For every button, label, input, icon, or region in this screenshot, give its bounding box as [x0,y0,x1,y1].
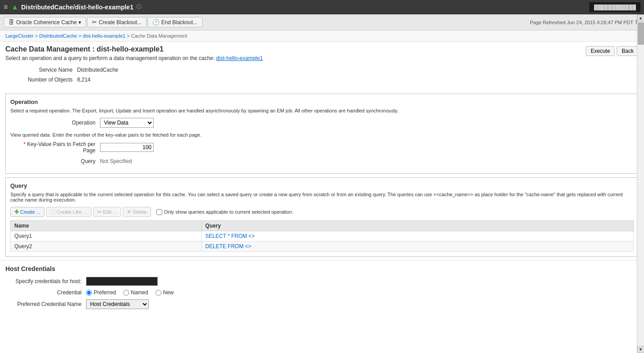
cache-name-link[interactable]: dist-hello-example1 [216,55,263,61]
refresh-info: Page Refreshed Jun 24, 2015 4:26:47 PM P… [530,19,640,26]
user-box: ████████████ [589,2,640,12]
host-specify-row: Specify credentials for host: [5,277,639,286]
filter-checkbox[interactable] [156,209,162,215]
query-row: Query Not Specified [10,158,634,164]
host-credentials-title: Host Credentials [5,265,639,272]
main-content: LargeCluster > DistributedCache > dist-h… [0,30,644,353]
credential-radio-group: Preferred Named New [86,289,174,296]
filter-label: Only show queries applicable to current … [156,209,294,215]
host-credentials-section: Host Credentials Specify credentials for… [0,260,644,317]
kv-label: Key-Value Pairs to Fetch per Page [10,141,100,154]
query-toolbar: ✚ Create ... ⬚ Create Like ... ✏ Edit ..… [10,207,634,217]
page-desc: Select an operation and a query to perfo… [5,55,263,61]
toolbar: 🗄 Oracle Coherence Cache ▾ ✂ Create Blac… [0,14,644,30]
objects-row: Number of Objects 8,214 [5,77,639,83]
operation-control: View Data Export Import Update Insert De… [100,118,154,128]
operation-label: Operation [10,120,100,126]
scroll-thumb[interactable] [638,22,644,45]
create-like-btn[interactable]: ⬚ Create Like ... [46,207,91,217]
scroll-up-btn[interactable]: ▲ [637,14,644,22]
scissors-icon: ✂ [92,19,97,26]
new-option[interactable]: New [156,289,174,296]
page-title: Cache Data Management : dist-hello-examp… [5,45,263,53]
new-radio[interactable] [156,290,161,296]
db-icon: ▲ [11,3,18,11]
host-value [86,277,158,286]
page-title-header: ▲ DistributedCache/dist-hello-example1 ⓘ [11,3,589,11]
col-query: Query [202,221,634,231]
named-radio[interactable] [123,290,129,296]
objects-value: 8,214 [77,77,91,83]
edit-query-btn[interactable]: ✏ Edit ... [93,207,121,217]
top-bar: ≡ ▲ DistributedCache/dist-hello-example1… [0,0,644,14]
query-title: Query [10,182,634,189]
query-display-label: Query [10,158,100,164]
breadcrumb-sep3: > [127,33,130,39]
info-icon[interactable]: ⓘ [136,3,142,11]
oracle-icon: 🗄 [9,19,14,26]
query-table: Name Query Query1 SELECT * FROM <> Query… [10,220,634,252]
hamburger-menu[interactable]: ≡ [4,3,8,11]
service-name-row: Service Name DistributedCache [5,67,639,73]
service-name-label: Service Name [5,67,77,73]
service-name-value: DistributedCache [77,67,118,73]
delete-icon: ✕ [127,209,131,215]
query-name-cell: Query1 [11,231,202,241]
credential-label: Credential [5,289,86,296]
right-scrollbar: ▲ ▼ [637,14,644,353]
back-btn[interactable]: Back [617,46,639,56]
host-specify-label: Specify credentials for host: [5,278,86,284]
host-masked-input [86,277,158,286]
breadcrumb-current: Cache Data Management [131,33,187,39]
preferred-radio[interactable] [86,290,92,296]
col-name: Name [11,221,202,231]
create-query-btn[interactable]: ✚ Create ... [10,207,44,217]
query-sql-cell: DELETE FROM <> [202,241,634,252]
pref-cred-select[interactable]: Host Credentials [86,299,149,309]
breadcrumb: LargeCluster > DistributedCache > dist-h… [0,30,644,42]
header-btns: Execute Back [586,46,639,56]
named-option[interactable]: Named [123,289,148,296]
top-right: ████████████ [589,2,640,12]
clock-icon: 🕐 [152,19,160,26]
breadcrumb-part3[interactable]: dist-hello-example1 [82,33,125,39]
query-section: Query Specify a query that is applicable… [5,177,639,257]
execute-btn[interactable]: Execute [586,46,615,56]
credential-row: Credential Preferred Named New [5,289,639,296]
top-title: DistributedCache/dist-hello-example1 [21,4,134,11]
table-row[interactable]: Query1 SELECT * FROM <> [11,231,634,241]
pref-cred-select-group: Host Credentials [86,299,149,309]
query-sql-cell: SELECT * FROM <> [202,231,634,241]
breadcrumb-sep1: > [35,33,38,39]
preferred-option[interactable]: Preferred [86,289,116,296]
oracle-coherence-btn[interactable]: 🗄 Oracle Coherence Cache ▾ [4,17,86,27]
operation-section: Operation Select a required operation. T… [5,94,639,174]
query-value: Not Specified [100,158,132,164]
breadcrumb-sep2: > [78,33,81,39]
end-blackout-btn[interactable]: 🕐 End Blackout... [147,17,203,27]
breadcrumb-part2[interactable]: DistributedCache [39,33,77,39]
edit-icon: ✏ [97,209,102,215]
service-info: Service Name DistributedCache Number of … [0,63,644,90]
page-header-left: Cache Data Management : dist-hello-examp… [5,45,263,61]
create-blackout-btn[interactable]: ✂ Create Blackout... [87,17,146,27]
scroll-down-btn[interactable]: ▼ [637,346,644,353]
query-desc: Specify a query that is applicable to th… [10,192,634,202]
operation-title: Operation [10,99,634,105]
objects-label: Number of Objects [5,77,77,83]
delete-query-btn[interactable]: ✕ Delete [123,207,151,217]
operation-select[interactable]: View Data Export Import Update Insert De… [100,118,154,128]
kv-input[interactable] [100,143,154,152]
pref-cred-name-label: Preferred Credential Name [5,301,86,307]
kv-row: Key-Value Pairs to Fetch per Page [10,141,634,154]
plus-icon: ✚ [14,209,19,215]
operation-row: Operation View Data Export Import Update… [10,118,634,128]
info-text: View queried data. Enter the number of t… [10,132,634,138]
copy-icon: ⬚ [50,209,55,215]
operation-desc: Select a required operation. The Export,… [10,108,634,113]
query-name-cell: Query2 [11,241,202,252]
page-header: Cache Data Management : dist-hello-examp… [0,42,644,63]
table-row[interactable]: Query2 DELETE FROM <> [11,241,634,252]
pref-cred-name-row: Preferred Credential Name Host Credentia… [5,299,639,309]
breadcrumb-part1[interactable]: LargeCluster [5,33,34,39]
